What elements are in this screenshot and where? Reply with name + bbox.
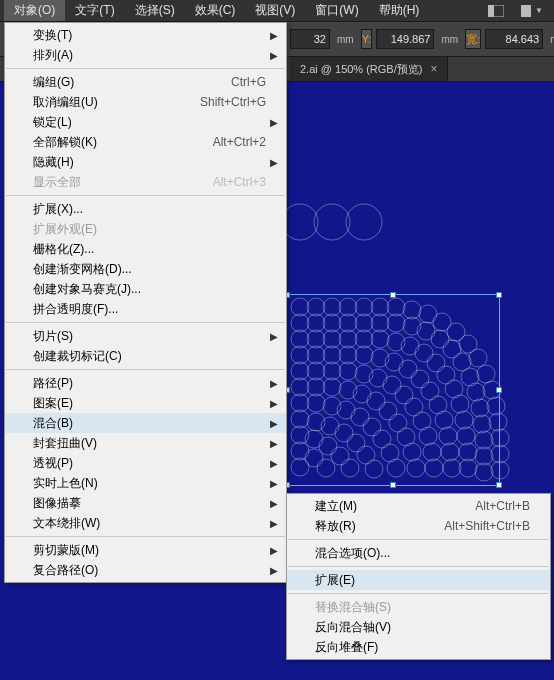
menu-item-label: 全部解锁(K) <box>33 134 213 151</box>
menu-item[interactable]: 编组(G)Ctrl+G <box>5 72 286 92</box>
menu-item[interactable]: 拼合透明度(F)... <box>5 299 286 319</box>
menu-item: 替换混合轴(S) <box>287 597 550 617</box>
menu-item[interactable]: 创建对象马赛克(J)... <box>5 279 286 299</box>
svg-point-1 <box>314 204 350 240</box>
menu-item-label: 扩展外观(E) <box>33 221 266 238</box>
menu-item-label: 切片(S) <box>33 328 266 345</box>
selection-frame[interactable] <box>286 294 500 486</box>
menu-item-label: 图像描摹 <box>33 495 266 512</box>
close-icon[interactable]: × <box>430 62 437 76</box>
menu-item[interactable]: 栅格化(Z)... <box>5 239 286 259</box>
menu-item[interactable]: 取消编组(U)Shift+Ctrl+G <box>5 92 286 112</box>
menu-shortcut: Shift+Ctrl+G <box>200 95 266 109</box>
menu-item[interactable]: 建立(M)Alt+Ctrl+B <box>287 496 550 516</box>
menu-item[interactable]: 扩展(X)... <box>5 199 286 219</box>
x-input[interactable] <box>290 29 330 49</box>
menu-item: 扩展外观(E) <box>5 219 286 239</box>
menu-item-label: 锁定(L) <box>33 114 266 131</box>
menu-item[interactable]: 混合(B)▶ <box>5 413 286 433</box>
menu-item-label: 编组(G) <box>33 74 231 91</box>
menu-item-label: 混合(B) <box>33 415 266 432</box>
menu-shortcut: Alt+Ctrl+B <box>475 499 530 513</box>
menu-item[interactable]: 全部解锁(K)Alt+Ctrl+2 <box>5 132 286 152</box>
menu-item-label: 取消编组(U) <box>33 94 200 111</box>
menu-item[interactable]: 创建裁切标记(C) <box>5 346 286 366</box>
menu-item[interactable]: 锁定(L)▶ <box>5 112 286 132</box>
object-menu: 变换(T)▶排列(A)▶编组(G)Ctrl+G取消编组(U)Shift+Ctrl… <box>4 22 287 583</box>
menu-item[interactable]: 创建渐变网格(D)... <box>5 259 286 279</box>
menu-item[interactable]: 文本绕排(W)▶ <box>5 513 286 533</box>
menu-item[interactable]: 封套扭曲(V)▶ <box>5 433 286 453</box>
menu-separator <box>6 536 285 537</box>
menu-item-label: 变换(T) <box>33 27 266 44</box>
menu-item[interactable]: 复合路径(O)▶ <box>5 560 286 580</box>
menu-item-label: 透视(P) <box>33 455 266 472</box>
submenu-arrow-icon: ▶ <box>270 478 278 489</box>
selection-handle-s[interactable] <box>390 482 396 488</box>
submenu-arrow-icon: ▶ <box>270 331 278 342</box>
submenu-arrow-icon: ▶ <box>270 518 278 529</box>
menu-item[interactable]: 反向堆叠(F) <box>287 637 550 657</box>
menu-select[interactable]: 选择(S) <box>125 0 185 21</box>
menu-item[interactable]: 混合选项(O)... <box>287 543 550 563</box>
menu-item[interactable]: 图像描摹▶ <box>5 493 286 513</box>
x-unit: mm <box>334 34 357 45</box>
menu-item-label: 创建渐变网格(D)... <box>33 261 266 278</box>
menu-item-label: 显示全部 <box>33 174 213 191</box>
menu-item[interactable]: 切片(S)▶ <box>5 326 286 346</box>
menu-item[interactable]: 排列(A)▶ <box>5 45 286 65</box>
menu-item[interactable]: 变换(T)▶ <box>5 25 286 45</box>
submenu-arrow-icon: ▶ <box>270 418 278 429</box>
menu-help[interactable]: 帮助(H) <box>369 0 430 21</box>
menu-item[interactable]: 透视(P)▶ <box>5 453 286 473</box>
menu-item[interactable]: 反向混合轴(V) <box>287 617 550 637</box>
menu-item-label: 扩展(X)... <box>33 201 266 218</box>
selection-handle-n[interactable] <box>390 292 396 298</box>
menu-item[interactable]: 释放(R)Alt+Shift+Ctrl+B <box>287 516 550 536</box>
menu-separator <box>6 195 285 196</box>
layout-icon[interactable] <box>485 3 507 19</box>
menu-separator <box>288 539 549 540</box>
menu-item[interactable]: 扩展(E) <box>287 570 550 590</box>
menu-item-label: 反向混合轴(V) <box>315 619 530 636</box>
menu-window[interactable]: 窗口(W) <box>305 0 368 21</box>
menu-item-label: 文本绕排(W) <box>33 515 266 532</box>
menu-item-label: 封套扭曲(V) <box>33 435 266 452</box>
submenu-arrow-icon: ▶ <box>270 50 278 61</box>
selection-handle-se[interactable] <box>496 482 502 488</box>
menu-item-label: 实时上色(N) <box>33 475 266 492</box>
submenu-arrow-icon: ▶ <box>270 378 278 389</box>
menu-item[interactable]: 实时上色(N)▶ <box>5 473 286 493</box>
menu-item-label: 剪切蒙版(M) <box>33 542 266 559</box>
menu-object[interactable]: 对象(O) <box>4 0 65 21</box>
arrange-icon[interactable]: ▼ <box>521 3 543 19</box>
menu-item[interactable]: 图案(E)▶ <box>5 393 286 413</box>
menu-item[interactable]: 隐藏(H)▶ <box>5 152 286 172</box>
submenu-arrow-icon: ▶ <box>270 458 278 469</box>
menu-item[interactable]: 剪切蒙版(M)▶ <box>5 540 286 560</box>
y-input[interactable] <box>376 29 434 49</box>
menu-item-label: 隐藏(H) <box>33 154 266 171</box>
menu-effect[interactable]: 效果(C) <box>185 0 246 21</box>
tab-title: 2.ai @ 150% (RGB/预览) <box>300 62 422 77</box>
selection-handle-ne[interactable] <box>496 292 502 298</box>
menu-item-label: 路径(P) <box>33 375 266 392</box>
selection-handle-e[interactable] <box>496 387 502 393</box>
submenu-arrow-icon: ▶ <box>270 30 278 41</box>
document-tab[interactable]: 2.ai @ 150% (RGB/预览) × <box>290 57 448 81</box>
menu-item[interactable]: 路径(P)▶ <box>5 373 286 393</box>
menu-view[interactable]: 视图(V) <box>245 0 305 21</box>
menu-item-label: 创建裁切标记(C) <box>33 348 266 365</box>
menu-separator <box>6 369 285 370</box>
menu-type[interactable]: 文字(T) <box>65 0 124 21</box>
submenu-arrow-icon: ▶ <box>270 398 278 409</box>
menu-item-label: 释放(R) <box>315 518 444 535</box>
submenu-arrow-icon: ▶ <box>270 157 278 168</box>
submenu-arrow-icon: ▶ <box>270 117 278 128</box>
menu-separator <box>288 593 549 594</box>
menu-separator <box>288 566 549 567</box>
w-input[interactable] <box>485 29 543 49</box>
menu-shortcut: Alt+Ctrl+3 <box>213 175 266 189</box>
svg-point-2 <box>346 204 382 240</box>
menu-separator <box>6 68 285 69</box>
